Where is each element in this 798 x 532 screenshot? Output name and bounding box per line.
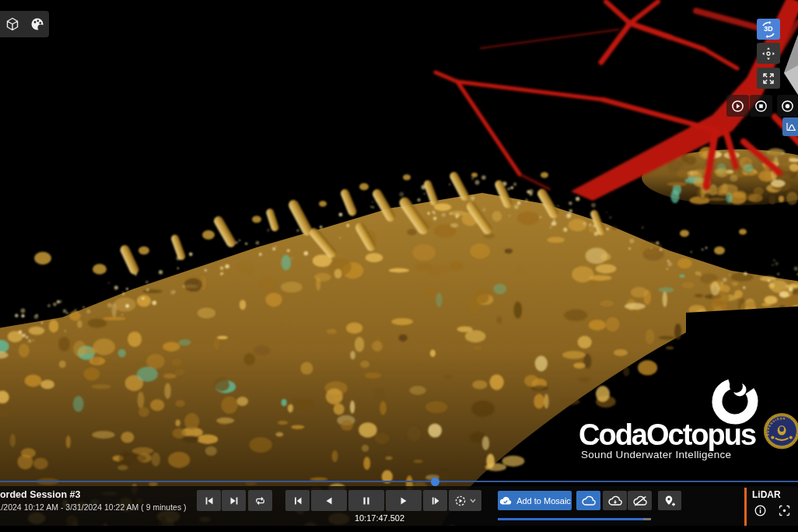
loop-icon [254,495,266,506]
cube-3d-icon [5,17,19,31]
playback-speed-icon [454,495,467,507]
cloud-check-icon [499,495,513,506]
playback-timestamp: 10:17:47.502 [333,513,426,523]
rotate-3d-label: 3D [764,25,773,33]
statistics-button[interactable]: S [782,117,798,136]
move-icon [761,47,775,61]
skip-to-end-button[interactable] [222,490,246,511]
cloud-off-button[interactable] [628,491,652,510]
cloud-off-icon [632,495,648,506]
cloud-icon [581,495,597,506]
play-button[interactable] [386,490,422,511]
loop-button[interactable] [248,490,272,511]
play-icon [398,495,409,506]
supervisor-badge: SUPERVISOR [762,385,798,478]
step-back-button[interactable] [285,490,310,511]
fit-view-button[interactable] [757,68,780,89]
cloud-download-button[interactable] [603,491,627,510]
play-circle-icon [731,100,744,113]
skip-to-start-icon [204,495,215,506]
lidar-center-focus-button[interactable] [777,503,791,517]
skip-to-start-button[interactable] [197,490,221,511]
playback-speed-button[interactable] [449,490,481,511]
record-circle-icon [781,100,794,113]
coda-octopus-logo-text: CodaOctopus [579,418,755,452]
add-to-mosaic-button[interactable]: Add to Mosaic [498,491,572,510]
record-capture-button[interactable] [777,95,798,117]
mosaic-upload-progress-fill [498,518,643,520]
pause-icon [361,495,372,506]
sonar-viewer-window: CodaOctopus Sound Underwater Intelligenc… [0,0,798,532]
timeline-track[interactable] [0,481,798,482]
peak-curve-icon [786,122,796,131]
orientation-gizmo[interactable] [782,33,798,99]
lidar-panel-accent [744,488,747,526]
cloud-download-icon [607,495,623,506]
timeline-scrubber-handle[interactable] [431,478,439,486]
session-title: Recorded Session #3 [0,489,194,500]
scene-toolbar [0,11,49,37]
lidar-panel-title: LiDAR [752,489,781,500]
step-back-icon [292,495,303,506]
session-info: Recorded Session #3 3/31/2024 10:12 AM -… [0,489,194,512]
play-reverse-icon [324,495,334,506]
info-icon [754,505,766,516]
palette-icon [30,17,44,31]
palette-button[interactable] [27,14,47,34]
pan-view-button[interactable] [757,43,780,64]
center-focus-icon [779,505,790,516]
stop-capture-button[interactable] [750,95,772,117]
expand-arrows-icon [761,72,775,86]
step-forward-icon [430,495,441,506]
lidar-info-button[interactable] [753,503,767,517]
stop-circle-icon [754,100,768,113]
cloud-mosaic-button[interactable] [576,491,600,510]
add-waypoint-button[interactable] [658,491,681,510]
session-range: 3/31/2024 10:12 AM - 3/31/2024 10:22 AM … [0,502,194,512]
pin-plus-icon [663,495,676,507]
play-reverse-button[interactable] [311,490,347,511]
play-capture-button[interactable] [726,95,749,117]
model-view-button[interactable] [2,14,23,34]
rotate-3d-button[interactable]: 3D [757,19,780,40]
coda-octopus-tagline: Sound Underwater Intelligence [581,449,731,460]
chevron-down-icon [470,499,476,503]
add-to-mosaic-label: Add to Mosaic [516,496,571,506]
skip-to-end-icon [229,495,240,506]
pause-button[interactable] [348,490,384,511]
mosaic-upload-progress [498,518,651,520]
step-forward-button[interactable] [423,490,447,511]
bottom-strip [0,526,798,532]
